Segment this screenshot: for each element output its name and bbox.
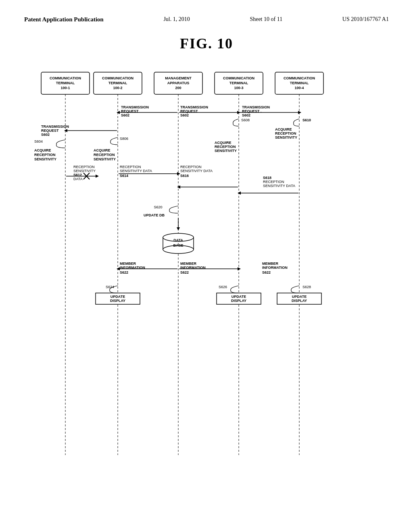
- svg-text:TRANSMISSION: TRANSMISSION: [180, 105, 208, 109]
- svg-text:DISPLAY: DISPLAY: [110, 299, 125, 303]
- svg-marker-78: [177, 185, 180, 189]
- header-sheet: Sheet 10 of 11: [250, 16, 282, 23]
- svg-marker-66: [96, 175, 99, 178]
- svg-text:COMMUNICATION: COMMUNICATION: [284, 76, 315, 80]
- svg-text:SENSITIVITY: SENSITIVITY: [94, 157, 116, 161]
- svg-text:100-3: 100-3: [234, 86, 243, 90]
- svg-text:INFORMATION: INFORMATION: [262, 266, 288, 270]
- diagram-area: COMMUNICATION TERMINAL 100-1 COMMUNICATI…: [33, 68, 380, 463]
- svg-marker-87: [177, 227, 180, 231]
- header-date: Jul. 1, 2010: [163, 16, 190, 23]
- svg-marker-83: [238, 191, 241, 195]
- svg-text:TERMINAL: TERMINAL: [290, 81, 309, 85]
- header-patent: US 2010/167767 A1: [342, 16, 389, 23]
- svg-text:SENSITIVITY: SENSITIVITY: [34, 157, 56, 161]
- svg-text:COMMUNICATION: COMMUNICATION: [223, 76, 254, 80]
- svg-text:S608: S608: [241, 118, 250, 122]
- svg-text:SENSITIVITY  DATA: SENSITIVITY DATA: [263, 184, 295, 188]
- svg-text:S602: S602: [121, 113, 129, 117]
- svg-text:UPDATE: UPDATE: [292, 295, 307, 299]
- svg-text:MEMBER: MEMBER: [262, 262, 278, 266]
- svg-marker-73: [177, 172, 180, 175]
- svg-text:RECEPTION: RECEPTION: [275, 131, 296, 135]
- svg-text:100-2: 100-2: [113, 86, 122, 90]
- svg-text:S602: S602: [242, 113, 250, 117]
- svg-text:S806: S806: [120, 137, 128, 141]
- svg-text:RECEPTION: RECEPTION: [94, 153, 115, 157]
- svg-text:100-1: 100-1: [60, 86, 70, 90]
- svg-text:S622: S622: [262, 270, 271, 274]
- svg-text:RECEPTION: RECEPTION: [73, 165, 95, 169]
- svg-text:UPDATE: UPDATE: [111, 295, 125, 299]
- figure-title: FIG. 10: [24, 35, 389, 52]
- svg-text:S620: S620: [154, 205, 162, 209]
- svg-text:MEMBER: MEMBER: [120, 262, 136, 266]
- svg-text:ACQUIRE: ACQUIRE: [34, 148, 51, 152]
- svg-text:COMMUNICATION: COMMUNICATION: [102, 76, 133, 80]
- svg-marker-44: [298, 111, 301, 114]
- svg-text:100-4: 100-4: [294, 86, 304, 90]
- svg-text:COMMUNICATION: COMMUNICATION: [50, 76, 81, 80]
- svg-text:SENSITIVITY DATA: SENSITIVITY DATA: [120, 169, 152, 173]
- svg-text:S602: S602: [41, 133, 50, 137]
- svg-text:ACQUIRE: ACQUIRE: [215, 141, 232, 145]
- svg-text:RECEPTION: RECEPTION: [215, 145, 236, 149]
- svg-text:S602: S602: [180, 113, 189, 117]
- svg-text:TERMINAL: TERMINAL: [108, 81, 127, 85]
- svg-marker-34: [64, 129, 67, 132]
- flowchart-svg: COMMUNICATION TERMINAL 100-1 COMMUNICATI…: [33, 68, 380, 463]
- svg-text:S618: S618: [263, 176, 271, 180]
- svg-text:S622: S622: [120, 270, 128, 274]
- svg-text:S616: S616: [180, 174, 189, 178]
- svg-text:S626: S626: [219, 285, 227, 289]
- svg-text:S604: S604: [34, 139, 43, 143]
- svg-text:ACQUIRE: ACQUIRE: [275, 127, 292, 131]
- svg-text:UPDATE: UPDATE: [232, 295, 246, 299]
- svg-marker-98: [117, 267, 120, 270]
- svg-text:S610: S610: [302, 118, 311, 122]
- svg-text:200: 200: [175, 86, 181, 90]
- svg-text:DISPLAY: DISPLAY: [292, 299, 307, 303]
- svg-text:SENSITIVITY: SENSITIVITY: [275, 135, 297, 139]
- svg-text:RECEPTION: RECEPTION: [120, 165, 141, 169]
- svg-marker-29: [117, 111, 120, 114]
- svg-text:UPDATE  DB: UPDATE DB: [144, 213, 165, 217]
- svg-text:DATA: DATA: [173, 238, 183, 242]
- svg-text:SENSITIVITY DATA: SENSITIVITY DATA: [180, 169, 213, 173]
- header: Patent Application Publication Jul. 1, 2…: [24, 16, 389, 23]
- page: Patent Application Publication Jul. 1, 2…: [0, 0, 413, 532]
- svg-text:MANAGEMENT: MANAGEMENT: [165, 76, 192, 80]
- svg-text:S614: S614: [120, 174, 128, 178]
- svg-text:DATA: DATA: [73, 177, 83, 181]
- svg-text:RECEPTION: RECEPTION: [263, 180, 284, 184]
- svg-marker-103: [238, 267, 241, 270]
- svg-text:RECEPTION: RECEPTION: [34, 153, 56, 157]
- svg-text:BASE: BASE: [173, 243, 183, 247]
- svg-text:RECEPTION: RECEPTION: [180, 165, 202, 169]
- svg-text:MEMBER: MEMBER: [180, 262, 196, 266]
- svg-text:ACQUIRE: ACQUIRE: [94, 148, 111, 152]
- svg-text:S622: S622: [180, 270, 189, 274]
- svg-text:TRANSMISSION: TRANSMISSION: [121, 105, 149, 109]
- svg-text:TRANSMISSION: TRANSMISSION: [242, 105, 270, 109]
- svg-text:TRANSMISSION: TRANSMISSION: [41, 125, 69, 129]
- svg-text:S628: S628: [302, 285, 311, 289]
- svg-text:DISPLAY: DISPLAY: [231, 299, 246, 303]
- svg-text:TERMINAL: TERMINAL: [56, 81, 75, 85]
- svg-text:APPARATUS: APPARATUS: [167, 81, 190, 85]
- svg-text:SENSITIVITY: SENSITIVITY: [215, 149, 237, 153]
- svg-text:TERMINAL: TERMINAL: [229, 81, 248, 85]
- publication-title: Patent Application Publication: [24, 16, 104, 23]
- svg-text:SENSITIVITY: SENSITIVITY: [73, 169, 96, 173]
- svg-text:REQUEST: REQUEST: [41, 129, 59, 133]
